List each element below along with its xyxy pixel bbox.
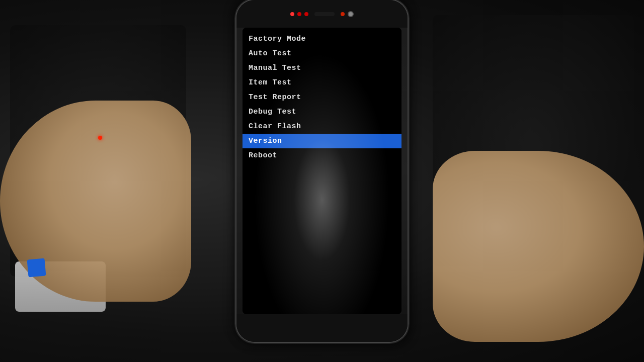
factory-menu: Factory ModeAuto TestManual TestItem Tes…: [243, 32, 401, 163]
sensor: [348, 11, 354, 17]
menu-item-version[interactable]: Version: [243, 134, 401, 148]
menu-item-reboot[interactable]: Reboot: [243, 148, 401, 163]
menu-item-clear-flash[interactable]: Clear Flash: [243, 119, 401, 134]
phone-top: [236, 0, 408, 28]
speaker: [314, 12, 335, 16]
blue-sticker: [27, 258, 46, 278]
red-led: [98, 136, 102, 140]
camera-dot-2: [297, 12, 301, 16]
menu-item-auto-test[interactable]: Auto Test: [243, 46, 401, 61]
menu-item-item-test[interactable]: Item Test: [243, 75, 401, 90]
right-hand: [433, 151, 644, 342]
front-camera: [341, 12, 345, 16]
menu-item-debug-test[interactable]: Debug Test: [243, 105, 401, 119]
camera-dot-1: [290, 12, 294, 16]
camera-dot-3: [304, 12, 308, 16]
menu-item-test-report[interactable]: Test Report: [243, 90, 401, 105]
menu-item-factory-mode[interactable]: Factory Mode: [243, 32, 401, 46]
screen-content: Factory ModeAuto TestManual TestItem Tes…: [243, 28, 401, 314]
phone-screen: Factory ModeAuto TestManual TestItem Tes…: [243, 28, 401, 314]
phone-bottom: [236, 314, 408, 342]
phone: Factory ModeAuto TestManual TestItem Tes…: [236, 0, 408, 342]
menu-item-manual-test[interactable]: Manual Test: [243, 61, 401, 75]
